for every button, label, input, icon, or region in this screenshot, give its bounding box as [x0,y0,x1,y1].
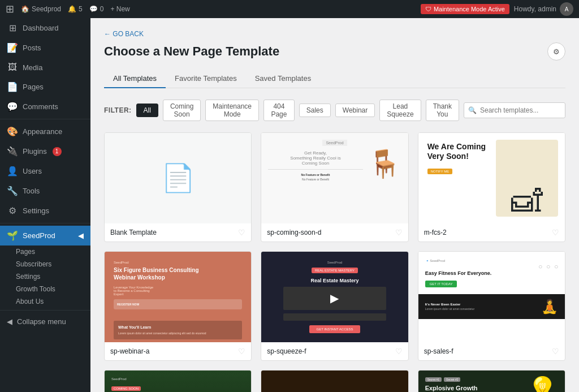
filter-all[interactable]: All [136,104,158,117]
sidebar-item-label: Tools [23,187,40,195]
preview-content: SeedProd COMING SOON A Escape and LiveTh… [111,377,244,392]
favorite-icon[interactable]: ♡ [395,347,403,356]
sidebar-item-settings[interactable]: ⚙ Settings [0,201,90,221]
template-card-coming-soon-d[interactable]: SeedProd Get Ready,Something Really Cool… [261,132,408,242]
preview-video: ▶ [283,287,386,310]
template-preview: 🔹 SeedProd Beginner's Guide to Keto Ever… [261,371,408,392]
blank-page-icon: 📄 [161,162,195,194]
sidebar-sub-pages[interactable]: Pages [0,245,90,258]
play-icon: ▶ [330,291,339,305]
sidebar-sub-about-us[interactable]: About Us [0,295,90,308]
preview-input [283,313,386,321]
preview-subtitle: Leverage Your Knowledgeto Become a Consu… [114,286,242,296]
avatar: A [560,2,573,16]
tab-all-templates[interactable]: All Templates [104,70,166,88]
tab-favorite-templates[interactable]: Favorite Templates [166,70,246,88]
preview-headline: Easy Fitness For Everyone. [425,270,558,276]
sidebar-item-pages[interactable]: 📄 Pages [0,77,90,97]
settings-icon-button[interactable]: ⚙ [547,42,565,61]
posts-icon: 📝 [7,42,18,53]
preview-sofa-icon: 🛋 [511,185,543,217]
preview-title: Six Figure Business ConsultingWebinar Wo… [114,266,242,281]
filter-webinar[interactable]: Webinar [335,104,375,117]
comments-count[interactable]: 💬 0 [89,5,104,13]
template-name-row: sp-webinar-a ♡ [105,342,251,360]
favorite-icon[interactable]: ♡ [238,347,245,356]
template-card-sales-f[interactable]: 🔹 SeedProd ◯◯◯ Easy Fitness For Everyone… [418,251,565,361]
template-name-row: sp-coming-soon-d ♡ [261,223,408,242]
sidebar-item-tools[interactable]: 🔧 Tools [0,181,90,201]
sidebar-item-users[interactable]: 👤 Users [0,161,90,181]
template-card-m-fcs-2[interactable]: We Are Coming Very Soon! NOTIFY ME 🛋 m-f… [418,132,565,242]
page-title: Choose a New Page Template [104,44,279,59]
filter-coming-soon[interactable]: Coming Soon [163,100,201,121]
template-name-row: sp-squeeze-f ♡ [261,342,408,360]
template-card-keto[interactable]: 🔹 SeedProd Beginner's Guide to Keto Ever… [261,370,408,392]
template-card-growth[interactable]: Secret #1 Secret #2 Explosive GrowthHack… [418,370,565,392]
template-thumb: SeedProd Get Ready,Something Really Cool… [261,133,408,223]
users-icon: 👤 [7,166,18,176]
filter-lead-squeeze[interactable]: Lead Squeeze [379,100,421,121]
sidebar-item-seedprod[interactable]: 🌱 SeedProd ◀ [0,226,90,245]
sidebar-item-posts[interactable]: 📝 Posts [0,38,90,58]
back-link[interactable]: ← GO BACK [104,30,144,38]
sidebar-item-label: Media [23,63,42,72]
sidebar-item-comments[interactable]: 💬 Comments [0,97,90,117]
template-name-label: Blank Template [110,229,157,236]
sidebar-item-label: Users [23,167,42,175]
new-button[interactable]: + New [110,5,129,13]
favorite-icon[interactable]: ♡ [238,228,245,237]
template-preview: Secret #1 Secret #2 Explosive GrowthHack… [418,371,565,392]
tab-saved-templates[interactable]: Saved Templates [246,70,321,88]
filter-maintenance[interactable]: Maintenance Mode [205,100,259,121]
filter-sales[interactable]: Sales [299,104,331,117]
template-thumb: 🔹 SeedProd ◯◯◯ Easy Fitness For Everyone… [418,252,565,342]
sidebar-sub-growth-tools[interactable]: Growth Tools [0,283,90,295]
template-preview: SeedProd COMING SOON A Escape and LiveTh… [105,371,251,392]
sidebar-item-label: Appearance [23,127,62,136]
site-name[interactable]: 🏠 Seedprod [21,5,61,13]
preview-logo: SeedProd [111,377,244,381]
sidebar-item-label: Dashboard [23,24,59,32]
search-input[interactable] [464,102,565,118]
favorite-icon[interactable]: ♡ [552,347,559,356]
template-preview: SeedProd Get Ready,Something Really Cool… [261,133,408,223]
preview-title: Real Estate Mastery [310,278,358,283]
comments-icon: 💬 [7,101,18,112]
sidebar-sub-subscribers[interactable]: Subscribers [0,258,90,270]
template-card-webinar-a[interactable]: SeedProd Six Figure Business ConsultingW… [104,251,252,361]
sidebar-item-dashboard[interactable]: ⊞ Dashboard [0,18,90,38]
sidebar-item-label: Plugins [23,147,47,156]
favorite-icon[interactable]: ♡ [552,228,559,237]
sidebar-item-plugins[interactable]: 🔌 Plugins 1 [0,141,90,161]
sidebar-item-media[interactable]: 🖼 Media [0,58,90,77]
template-card-travel[interactable]: SeedProd COMING SOON A Escape and LiveTh… [104,370,252,392]
preview-logo: 🔹 SeedProd [425,259,558,262]
maintenance-badge: 🛡 Maintenance Mode Active [421,4,509,14]
notif-count[interactable]: 🔔 5 [68,5,83,13]
preview-dark-title: It's Never Been Easier [425,303,537,306]
filter-label: FILTER: [104,106,132,114]
media-icon: 🖼 [7,62,18,72]
sidebar-item-appearance[interactable]: 🎨 Appearance [0,122,90,141]
sidebar: ⊞ Dashboard 📝 Posts 🖼 Media 📄 Pages 💬 Co… [0,18,90,392]
preview-logo: SeedProd [327,261,343,264]
settings-icon: ⚙ [7,205,18,216]
template-card-blank[interactable]: 📄 Blank Template ♡ [104,132,252,242]
template-name-label: m-fcs-2 [424,229,447,236]
filter-404[interactable]: 404 Page [263,100,295,121]
template-card-squeeze-f[interactable]: SeedProd REAL ESTATE MASTERY Real Estate… [261,251,408,361]
template-thumb: SeedProd Six Figure Business ConsultingW… [105,252,251,342]
main-content: ← GO BACK Choose a New Page Template ⚙ A… [90,18,579,392]
admin-bar: ⊞ 🏠 Seedprod 🔔 5 💬 0 + New 🛡 Maintenance… [0,0,579,18]
sidebar-item-label: SeedProd [23,231,55,240]
filter-thank-you[interactable]: Thank You [426,100,459,121]
collapse-menu-button[interactable]: ◀ Collapse menu [0,313,90,330]
wp-logo-icon[interactable]: ⊞ [6,3,14,15]
preview-badge: COMING SOON [111,386,141,391]
favorite-icon[interactable]: ♡ [395,228,403,237]
preview-main: Get Ready,Something Really Cool isComing… [268,150,362,181]
pages-icon: 📄 [7,81,18,92]
template-name-row: Blank Template ♡ [105,223,251,242]
sidebar-sub-settings[interactable]: Settings [0,270,90,283]
